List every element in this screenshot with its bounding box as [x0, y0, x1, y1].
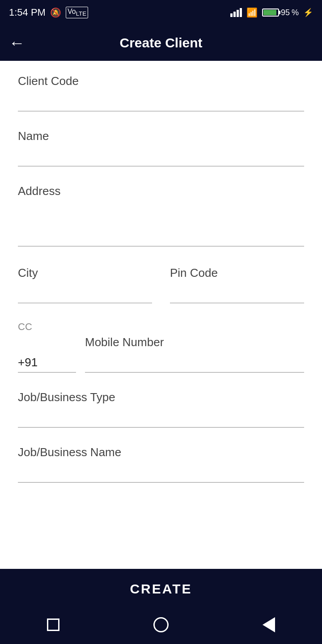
- signal-icon: [230, 8, 242, 17]
- battery-icon: [262, 8, 279, 17]
- charge-icon: ⚡: [303, 8, 313, 17]
- address-field: Address: [18, 184, 304, 248]
- battery-percent: %: [292, 8, 299, 17]
- status-icons: 📶 95 % ⚡: [230, 7, 313, 18]
- volte-icon: VoLTE: [66, 7, 88, 18]
- job-business-type-input[interactable]: [18, 408, 304, 428]
- bottom-bar: CREATE: [0, 569, 322, 644]
- pincode-input[interactable]: [170, 284, 304, 303]
- client-code-field: Client Code: [18, 74, 304, 111]
- status-time: 1:54 PM 🔕 VoLTE: [9, 7, 88, 18]
- address-input[interactable]: [18, 202, 304, 246]
- name-field: Name: [18, 129, 304, 166]
- phone-row: +91 Mobile Number: [18, 335, 304, 373]
- create-client-form: Client Code Name Address City Pin Code C…: [0, 61, 322, 569]
- name-input[interactable]: [18, 147, 304, 166]
- back-arrow-icon: ←: [9, 34, 25, 52]
- city-pincode-row: City Pin Code: [18, 266, 304, 303]
- pincode-field: Pin Code: [170, 266, 304, 303]
- job-business-name-input[interactable]: [18, 463, 304, 483]
- time-display: 1:54 PM: [9, 7, 46, 18]
- nav-bottom: [0, 609, 322, 644]
- city-label: City: [18, 266, 152, 280]
- address-label: Address: [18, 184, 304, 198]
- square-nav-icon[interactable]: [47, 619, 59, 633]
- page-title: Create Client: [119, 35, 202, 51]
- mobile-input[interactable]: [85, 353, 304, 373]
- wifi-icon: 📶: [246, 7, 258, 18]
- client-code-label: Client Code: [18, 74, 304, 88]
- battery-level: 95: [281, 8, 290, 17]
- mobile-field: Mobile Number: [85, 335, 304, 373]
- job-business-type-label: Job/Business Type: [18, 390, 304, 404]
- cc-value: +91: [18, 353, 76, 373]
- pincode-label: Pin Code: [170, 266, 304, 280]
- cc-label: CC: [18, 321, 304, 333]
- client-code-input[interactable]: [18, 92, 304, 111]
- city-input[interactable]: [18, 284, 152, 303]
- cc-field: +91: [18, 353, 76, 373]
- phone-section: CC +91 Mobile Number: [18, 321, 304, 373]
- mobile-label: Mobile Number: [85, 335, 304, 349]
- status-bar: 1:54 PM 🔕 VoLTE 📶 95 % ⚡: [0, 0, 322, 25]
- back-button[interactable]: ←: [9, 35, 25, 51]
- job-business-name-field: Job/Business Name: [18, 445, 304, 483]
- job-business-name-label: Job/Business Name: [18, 445, 304, 459]
- name-label: Name: [18, 129, 304, 143]
- circle-nav-icon[interactable]: [153, 617, 169, 634]
- nav-bar: ← Create Client: [0, 25, 322, 61]
- battery-indicator: 95 %: [262, 8, 299, 17]
- back-nav-icon[interactable]: [263, 617, 275, 634]
- job-business-type-field: Job/Business Type: [18, 390, 304, 428]
- create-button[interactable]: CREATE: [0, 569, 322, 609]
- notification-icon: 🔕: [50, 7, 61, 18]
- city-field: City: [18, 266, 152, 303]
